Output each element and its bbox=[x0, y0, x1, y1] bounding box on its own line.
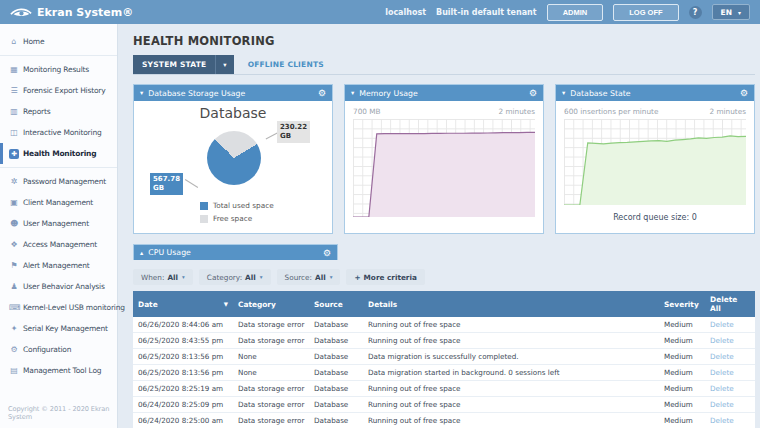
table-header-row: Date ▼ Category Source Details Severity … bbox=[133, 291, 755, 317]
sort-desc-icon[interactable]: ▼ bbox=[224, 301, 228, 307]
chevron-down-icon[interactable]: ▾ bbox=[215, 55, 233, 74]
sidebar-item-kernel-level-usb-monitoring[interactable]: ⌨Kernel-Level USB monitoring bbox=[0, 297, 117, 318]
storage-panel-title: Database Storage Usage bbox=[148, 89, 313, 98]
filter-when[interactable]: When: All ▾ bbox=[133, 269, 193, 285]
table-row: 06/25/2020 8:13:56 pmNoneDatabaseData mi… bbox=[133, 365, 755, 381]
language-value: EN bbox=[721, 8, 732, 17]
pie-chart-area: 230.22 GB 567.78 GB bbox=[134, 121, 332, 201]
copyright-label: Copyright © 2011 - 2020 Ekran System bbox=[8, 405, 117, 421]
gear-icon[interactable]: ⚙ bbox=[529, 88, 537, 98]
storage-pie-chart bbox=[207, 131, 261, 185]
column-header-severity[interactable]: Severity bbox=[659, 291, 705, 317]
table-row: 06/24/2020 8:25:00 amData storage errorD… bbox=[133, 413, 755, 428]
legend-label-used: Total used space bbox=[213, 201, 274, 210]
database-state-panel: ▾ Database State ⚙ 600 insertions per mi… bbox=[555, 84, 755, 234]
cell-severity: Medium bbox=[659, 317, 705, 333]
gear-icon[interactable]: ⚙ bbox=[740, 88, 748, 98]
column-header-delete-all[interactable]: Delete All bbox=[705, 291, 755, 317]
cell-category: None bbox=[233, 349, 309, 365]
collapse-icon[interactable]: ▾ bbox=[140, 89, 143, 97]
filter-when-label: When: bbox=[141, 273, 164, 282]
collapse-icon[interactable]: ▾ bbox=[562, 89, 565, 97]
sidebar-item-management-tool-log[interactable]: ▤Management Tool Log bbox=[0, 360, 117, 381]
sidebar-item-configuration[interactable]: ⚙Configuration bbox=[0, 339, 117, 360]
more-criteria-button[interactable]: + More criteria bbox=[346, 269, 424, 285]
collapse-icon[interactable]: ▾ bbox=[351, 89, 354, 97]
sidebar-item-client-management[interactable]: ▣Client Management bbox=[0, 192, 117, 213]
language-select[interactable]: EN ▾ bbox=[712, 4, 750, 20]
sidebar-item-health-monitoring[interactable]: ✚Health Monitoring bbox=[0, 143, 117, 164]
sidebar-item-interactive-monitoring[interactable]: ◫Interactive Monitoring bbox=[0, 122, 117, 143]
sidebar-item-serial-key-management[interactable]: ✦Serial Key Management bbox=[0, 318, 117, 339]
database-ymax-label: 600 insertions per minute bbox=[564, 107, 658, 116]
sidebar-item-label: Management Tool Log bbox=[23, 365, 101, 376]
sidebar-item-label: Forensic Export History bbox=[23, 85, 105, 96]
delete-link[interactable]: Delete bbox=[710, 400, 734, 409]
free-space-value: 230.22 GB bbox=[277, 121, 310, 143]
export-history-icon: ☰ bbox=[9, 85, 19, 96]
gear-icon[interactable]: ⚙ bbox=[323, 248, 331, 258]
sidebar-item-password-management[interactable]: ✲Password Management bbox=[0, 171, 117, 192]
sidebar-item-label: Access Management bbox=[23, 239, 97, 250]
topbar: Ekran System® localhost Built-in default… bbox=[0, 0, 760, 24]
sidebar-item-alert-management[interactable]: ⚑Alert Management bbox=[0, 255, 117, 276]
pie-legend: Total used space Free space bbox=[134, 201, 332, 223]
cell-details: Running out of free space bbox=[363, 333, 659, 349]
cell-severity: Medium bbox=[659, 413, 705, 428]
chevron-down-icon: ▾ bbox=[330, 274, 333, 280]
sidebar-item-reports[interactable]: ▥Reports bbox=[0, 101, 117, 122]
cpu-panel-title: CPU Usage bbox=[148, 248, 318, 257]
delete-link[interactable]: Delete bbox=[710, 416, 734, 425]
sidebar-item-home[interactable]: ⌂Home bbox=[0, 31, 117, 52]
legend-swatch-free bbox=[200, 215, 208, 223]
cell-source: Database bbox=[309, 365, 363, 381]
collapse-icon[interactable]: ▴ bbox=[140, 249, 143, 257]
sidebar-item-forensic-export-history[interactable]: ☰Forensic Export History bbox=[0, 80, 117, 101]
sidebar-item-access-management[interactable]: ❖Access Management bbox=[0, 234, 117, 255]
health-icon: ✚ bbox=[9, 149, 19, 159]
legend-swatch-used bbox=[200, 202, 208, 210]
cell-details: Running out of free space bbox=[363, 381, 659, 397]
sidebar-item-label: Health Monitoring bbox=[23, 148, 96, 159]
sidebar-item-label: Home bbox=[23, 36, 44, 47]
key-icon: ✲ bbox=[9, 176, 19, 187]
delete-link[interactable]: Delete bbox=[710, 352, 734, 361]
logoff-button[interactable]: LOG OFF bbox=[613, 4, 678, 21]
gear-icon[interactable]: ⚙ bbox=[318, 88, 326, 98]
database-panel-title: Database State bbox=[570, 89, 735, 98]
sidebar-item-user-management[interactable]: ☻User Management bbox=[0, 213, 117, 234]
delete-link[interactable]: Delete bbox=[710, 320, 734, 329]
help-icon[interactable]: ? bbox=[689, 6, 702, 19]
tab-system-state-label: SYSTEM STATE bbox=[133, 55, 215, 74]
delete-link[interactable]: Delete bbox=[710, 336, 734, 345]
chevron-down-icon: ▾ bbox=[738, 9, 741, 16]
cell-date: 06/24/2020 8:25:00 am bbox=[133, 413, 233, 428]
filter-source[interactable]: Source: All ▾ bbox=[277, 269, 341, 285]
cell-details: Data migration started in background. 0 … bbox=[363, 365, 659, 381]
legend-item-free: Free space bbox=[200, 214, 332, 223]
cell-date: 06/26/2020 8:44:06 am bbox=[133, 317, 233, 333]
events-table: Date ▼ Category Source Details Severity … bbox=[133, 291, 755, 428]
sidebar-item-user-behavior-analysis[interactable]: ♟User Behavior Analysis bbox=[0, 276, 117, 297]
delete-link[interactable]: Delete bbox=[710, 384, 734, 393]
column-header-category[interactable]: Category bbox=[233, 291, 309, 317]
memory-chart-labels: 700 MB 2 minutes bbox=[345, 101, 543, 119]
filter-category[interactable]: Category: All ▾ bbox=[199, 269, 271, 285]
cell-source: Database bbox=[309, 333, 363, 349]
admin-button[interactable]: ADMIN bbox=[547, 4, 604, 21]
sidebar-item-monitoring-results[interactable]: ▦Monitoring Results bbox=[0, 59, 117, 80]
behavior-icon: ♟ bbox=[9, 281, 19, 292]
cell-date: 06/25/2020 8:43:55 pm bbox=[133, 333, 233, 349]
cell-details: Running out of free space bbox=[363, 397, 659, 413]
cell-source: Database bbox=[309, 381, 363, 397]
user-icon: ☻ bbox=[9, 218, 19, 229]
tab-offline-clients[interactable]: OFFLINE CLIENTS bbox=[234, 55, 338, 74]
delete-link[interactable]: Delete bbox=[710, 368, 734, 377]
cell-action: Delete bbox=[705, 397, 755, 413]
sidebar-nav: ⌂Home▦Monitoring Results☰Forensic Export… bbox=[0, 31, 117, 381]
cell-action: Delete bbox=[705, 365, 755, 381]
column-header-source[interactable]: Source bbox=[309, 291, 363, 317]
column-header-details[interactable]: Details bbox=[363, 291, 659, 317]
column-header-date[interactable]: Date ▼ bbox=[133, 291, 233, 317]
tab-system-state[interactable]: SYSTEM STATE ▾ bbox=[133, 55, 234, 74]
